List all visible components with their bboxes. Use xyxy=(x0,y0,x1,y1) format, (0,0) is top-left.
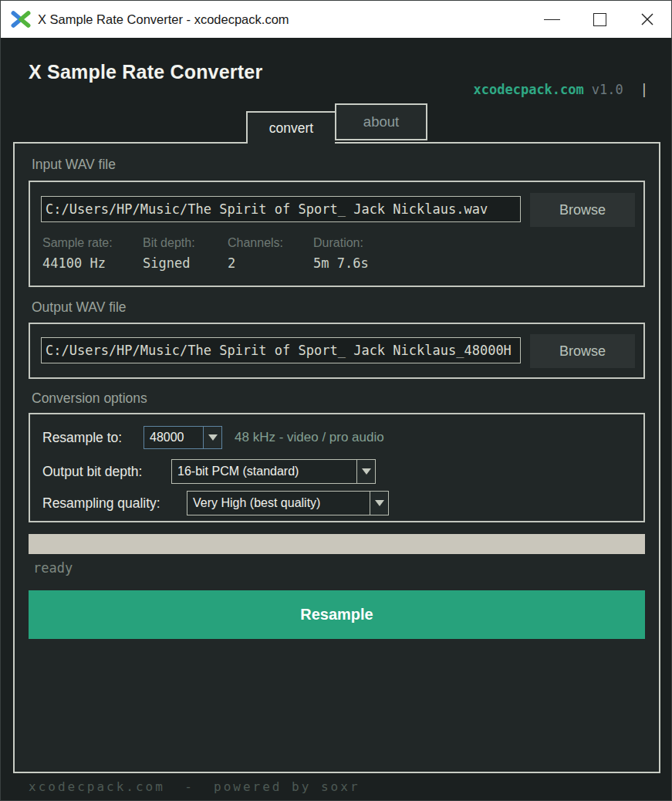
quality-value: Very High (best quality) xyxy=(187,492,370,515)
brand-line: xcodecpack.comv1.0| xyxy=(442,66,648,113)
input-section-label: Input WAV file xyxy=(32,157,116,173)
meta-bit-depth-label: Bit depth: xyxy=(143,236,195,250)
maximize-button[interactable] xyxy=(576,1,623,38)
input-path-field[interactable] xyxy=(41,196,521,222)
meta-channels-label: Channels: xyxy=(228,236,283,250)
status-text: ready xyxy=(33,560,73,576)
minimize-icon xyxy=(544,19,560,20)
close-button[interactable] xyxy=(623,1,671,38)
progress-bar xyxy=(29,534,645,554)
app-logo-icon xyxy=(10,9,32,29)
resample-button[interactable]: Resample xyxy=(29,590,645,639)
bit-depth-label: Output bit depth: xyxy=(42,464,142,480)
convert-tab-panel: Input WAV file Browse Sample rate: 44100… xyxy=(13,142,660,773)
input-groupbox: Browse Sample rate: 44100 Hz Bit depth: … xyxy=(29,181,645,287)
close-icon xyxy=(640,12,654,26)
meta-duration: Duration: 5m 7.6s xyxy=(313,236,369,271)
bit-depth-row: Output bit depth: xyxy=(42,459,142,484)
quality-dropdown[interactable]: Very High (best quality) xyxy=(187,491,389,515)
bit-depth-value: 16-bit PCM (standard) xyxy=(172,460,356,483)
app-window: X Sample Rate Converter - xcodecpack.com… xyxy=(0,0,672,801)
tab-about[interactable]: about xyxy=(335,103,427,140)
resample-rate-value: 48000 xyxy=(144,427,203,448)
output-browse-button[interactable]: Browse xyxy=(530,334,635,368)
meta-sample-rate-label: Sample rate: xyxy=(42,236,113,250)
maximize-icon xyxy=(593,13,606,26)
options-groupbox: Resample to: 48000 48 kHz - video / pro … xyxy=(29,413,645,522)
resample-rate-hint: 48 kHz - video / pro audio xyxy=(235,426,384,449)
meta-sample-rate: Sample rate: 44100 Hz xyxy=(42,236,113,271)
resample-to-label: Resample to: xyxy=(42,430,122,446)
options-section-label: Conversion options xyxy=(32,390,147,407)
window-controls xyxy=(528,1,671,38)
footer-text: xcodecpack.com - powered by soxr xyxy=(29,779,360,794)
version-label: v1.0 xyxy=(592,82,623,97)
chevron-down-icon[interactable] xyxy=(356,460,375,483)
chevron-down-icon[interactable] xyxy=(370,492,388,515)
quality-row: Resampling quality: xyxy=(42,491,160,515)
meta-channels-value: 2 xyxy=(228,255,283,271)
bit-depth-dropdown[interactable]: 16-bit PCM (standard) xyxy=(171,459,376,484)
tab-convert[interactable]: convert xyxy=(246,111,335,144)
window-title: X Sample Rate Converter - xcodecpack.com xyxy=(38,12,289,27)
page-title: X Sample Rate Converter xyxy=(29,61,262,83)
meta-bit-depth: Bit depth: Signed xyxy=(143,236,195,271)
quality-label: Resampling quality: xyxy=(42,495,160,512)
resample-rate-dropdown[interactable]: 48000 xyxy=(144,426,222,449)
meta-bit-depth-value: Signed xyxy=(143,255,195,271)
meta-channels: Channels: 2 xyxy=(228,236,283,271)
brand-name: xcodecpack.com xyxy=(474,82,584,97)
input-browse-button[interactable]: Browse xyxy=(530,193,635,227)
title-bar: X Sample Rate Converter - xcodecpack.com xyxy=(1,1,671,38)
chevron-down-icon[interactable] xyxy=(203,427,221,448)
resample-to-row: Resample to: xyxy=(42,426,122,449)
caret-decoration: | xyxy=(640,82,648,97)
output-groupbox: Browse xyxy=(29,323,645,379)
meta-duration-value: 5m 7.6s xyxy=(313,255,369,271)
meta-duration-label: Duration: xyxy=(313,236,369,250)
meta-sample-rate-value: 44100 Hz xyxy=(42,255,113,271)
output-section-label: Output WAV file xyxy=(32,299,127,316)
minimize-button[interactable] xyxy=(528,1,576,38)
output-path-field[interactable] xyxy=(41,337,521,363)
